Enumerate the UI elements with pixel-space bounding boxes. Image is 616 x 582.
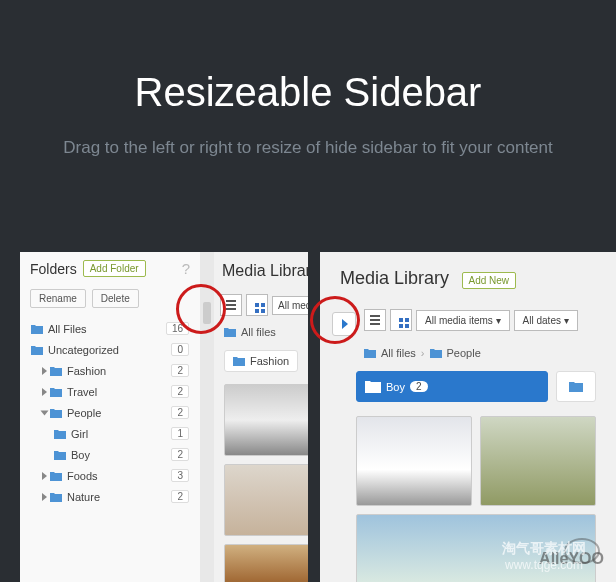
hero-subtitle: Drag to the left or right to resize of h…	[20, 135, 596, 161]
delete-button[interactable]: Delete	[92, 289, 139, 308]
tree-item[interactable]: Uncategorized0	[28, 339, 192, 360]
view-list-button[interactable]	[364, 309, 386, 331]
add-new-button[interactable]: Add New	[462, 272, 517, 289]
watermark: 淘气哥素材网 www.tqge.com	[502, 540, 586, 572]
folder-chip[interactable]	[556, 371, 596, 402]
folder-chip-active[interactable]: Boy 2	[356, 371, 548, 402]
media-title: Media Library	[222, 262, 308, 279]
breadcrumb: All files › People	[320, 335, 616, 363]
tree-item[interactable]: People2	[28, 402, 192, 423]
annotation-circle	[310, 296, 360, 344]
folder-chip-label: Fashion	[250, 355, 289, 367]
media-pane-left: Media Library All media it All files Fas…	[214, 252, 308, 582]
hero-title: Resizeable Sidebar	[20, 70, 596, 115]
breadcrumb-item[interactable]: All files	[381, 347, 416, 359]
help-icon[interactable]: ?	[182, 260, 190, 277]
tree-item-label: Uncategorized	[48, 344, 119, 356]
folder-icon	[233, 356, 245, 366]
folder-icon	[224, 327, 236, 337]
tree-item-label: Girl	[71, 428, 88, 440]
media-thumbnail[interactable]	[480, 416, 596, 506]
folders-tree: All Files16Uncategorized0Fashion2Travel2…	[20, 318, 200, 507]
folder-open-icon	[365, 380, 381, 393]
folder-icon	[430, 348, 442, 358]
tree-item-count: 1	[171, 427, 189, 440]
breadcrumb-item[interactable]: People	[447, 347, 481, 359]
media-thumbnail[interactable]	[224, 544, 308, 582]
folder-icon	[569, 381, 583, 392]
breadcrumb-item[interactable]: All files	[241, 326, 276, 338]
media-filter-select[interactable]: All media items ▾	[416, 310, 510, 331]
tree-item-count: 2	[171, 385, 189, 398]
tree-item-label: Foods	[67, 470, 98, 482]
tree-item-label: Fashion	[67, 365, 106, 377]
folder-chip[interactable]: Fashion	[224, 350, 298, 372]
tree-item-label: All Files	[48, 323, 87, 335]
annotation-circle	[176, 284, 226, 334]
media-thumbnail[interactable]	[224, 464, 308, 536]
folder-chip-count: 2	[410, 381, 428, 392]
panel-collapsed-sidebar: Media Library Add New All media items ▾ …	[320, 252, 616, 582]
tree-item-label: Boy	[71, 449, 90, 461]
view-grid-button[interactable]	[246, 294, 268, 316]
view-grid-button[interactable]	[390, 309, 412, 331]
watermark-url: www.tqge.com	[502, 558, 586, 572]
tree-item-count: 2	[171, 406, 189, 419]
media-thumbnail[interactable]	[224, 384, 308, 456]
watermark-cn: 淘气哥素材网	[502, 540, 586, 558]
date-filter-select[interactable]: All dates ▾	[514, 310, 578, 331]
folder-icon	[364, 348, 376, 358]
tree-item[interactable]: Girl1	[28, 423, 192, 444]
add-folder-button[interactable]: Add Folder	[83, 260, 146, 277]
media-thumbnail[interactable]	[356, 416, 472, 506]
tree-item[interactable]: Foods3	[28, 465, 192, 486]
tree-item-label: Nature	[67, 491, 100, 503]
rename-button[interactable]: Rename	[30, 289, 86, 308]
media-title: Media Library	[340, 268, 449, 288]
tree-item-count: 2	[171, 448, 189, 461]
tree-item[interactable]: Nature2	[28, 486, 192, 507]
hero: Resizeable Sidebar Drag to the left or r…	[0, 0, 616, 161]
folder-chip-label: Boy	[386, 381, 405, 393]
tree-item-count: 3	[171, 469, 189, 482]
breadcrumb: All files	[214, 320, 308, 344]
tree-item[interactable]: All Files16	[28, 318, 192, 339]
tree-item[interactable]: Boy2	[28, 444, 192, 465]
folders-title: Folders	[30, 261, 77, 277]
tree-item[interactable]: Travel2	[28, 381, 192, 402]
tree-item-count: 2	[171, 364, 189, 377]
media-filter-select[interactable]: All media it	[272, 296, 308, 315]
tree-item[interactable]: Fashion2	[28, 360, 192, 381]
thumbnails-grid	[214, 378, 308, 582]
breadcrumb-separator: ›	[421, 347, 425, 359]
panel-expanded-sidebar: Folders Add Folder ? Rename Delete All F…	[20, 252, 308, 582]
tree-item-label: Travel	[67, 386, 97, 398]
tree-item-count: 2	[171, 490, 189, 503]
folders-pane: Folders Add Folder ? Rename Delete All F…	[20, 252, 200, 582]
tree-item-count: 0	[171, 343, 189, 356]
tree-item-label: People	[67, 407, 101, 419]
